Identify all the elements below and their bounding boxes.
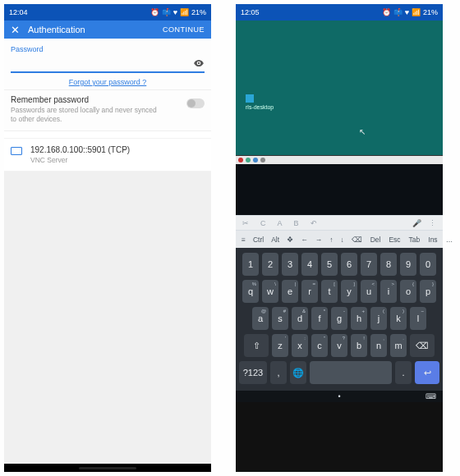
up-key[interactable]: ↑ xyxy=(327,234,335,245)
b-icon[interactable]: B xyxy=(294,219,299,227)
ctrl-key[interactable]: Ctrl xyxy=(251,234,266,245)
a-icon[interactable]: A xyxy=(278,219,283,227)
nav-dot[interactable]: • xyxy=(338,392,340,400)
soft-keyboard: 1234567890 q%w\e|r=t[y]u<i>o{p} a@s#d&f*… xyxy=(236,248,443,391)
esc-key[interactable]: Esc xyxy=(386,234,402,245)
del-key[interactable]: Del xyxy=(368,234,384,245)
mic-icon[interactable]: 🎤 xyxy=(412,219,421,227)
undo-icon[interactable]: ↶ xyxy=(310,219,317,227)
right-key[interactable]: → xyxy=(313,234,325,245)
taskbar-item[interactable] xyxy=(246,158,251,162)
key-h[interactable]: h+ xyxy=(351,307,367,330)
tab-key[interactable]: Tab xyxy=(407,234,423,245)
password-input[interactable] xyxy=(11,57,193,70)
key-1[interactable]: 1 xyxy=(242,253,259,276)
sym-key[interactable]: ?123 xyxy=(239,361,267,384)
clock: 12:04 xyxy=(9,8,28,16)
alt-key[interactable]: Alt xyxy=(269,234,282,245)
desktop-icon-label: rls-desktop xyxy=(246,104,274,110)
down-key[interactable]: ↓ xyxy=(338,234,346,245)
signal-icon: 📶 xyxy=(180,8,189,16)
taskbar-item[interactable] xyxy=(260,158,265,162)
empty-area xyxy=(4,172,211,464)
remote-desktop[interactable]: rls-desktop ↖ xyxy=(236,21,443,156)
key-f[interactable]: f* xyxy=(311,307,328,330)
key-e[interactable]: e| xyxy=(282,280,298,303)
cut-icon[interactable]: ✂ xyxy=(242,219,249,227)
clock: 12:05 xyxy=(241,8,260,16)
space-key[interactable] xyxy=(310,361,392,384)
continue-button[interactable]: CONTINUE xyxy=(163,25,205,34)
key-j[interactable]: j( xyxy=(370,307,387,330)
key-0[interactable]: 0 xyxy=(420,253,436,276)
kb-row-1: 1234567890 xyxy=(239,253,439,276)
heart-icon: ♥ xyxy=(405,8,409,16)
key-8[interactable]: 8 xyxy=(380,253,397,276)
key-t[interactable]: t[ xyxy=(321,280,338,303)
desktop-icon[interactable]: rls-desktop xyxy=(246,94,274,110)
key-x[interactable]: x: xyxy=(292,334,308,357)
enter-key[interactable]: ↩ xyxy=(415,361,439,384)
key-q[interactable]: q% xyxy=(242,280,259,303)
key-c[interactable]: c" xyxy=(311,334,328,357)
super-key[interactable]: ❖ xyxy=(284,234,296,245)
key-5[interactable]: 5 xyxy=(321,253,338,276)
copy-icon[interactable]: C xyxy=(260,219,266,227)
key-w[interactable]: w\ xyxy=(262,280,278,303)
key-o[interactable]: o{ xyxy=(400,280,416,303)
kb-row-4: ⇧z'x:c"v?b!n,m.⌫ xyxy=(239,334,439,357)
key-k[interactable]: k) xyxy=(390,307,407,330)
left-key[interactable]: ← xyxy=(298,234,310,245)
alarm-icon: ⏰ xyxy=(382,8,391,16)
key-s[interactable]: s# xyxy=(272,307,288,330)
monitor-icon xyxy=(11,147,22,155)
key-7[interactable]: 7 xyxy=(361,253,377,276)
backspace-key[interactable]: ⌫ xyxy=(410,334,435,357)
statusbar: 12:05 ⏰ 📫 ♥ 📶 21% xyxy=(236,4,443,21)
key-r[interactable]: r= xyxy=(301,280,318,303)
notif-icon: 📫 xyxy=(393,8,402,16)
keyboard-icon[interactable]: ⌨ xyxy=(426,392,436,400)
comma-key[interactable]: , xyxy=(270,361,287,384)
key-l[interactable]: l~ xyxy=(410,307,426,330)
key-v[interactable]: v? xyxy=(331,334,347,357)
key-g[interactable]: g- xyxy=(331,307,347,330)
more-key[interactable]: … xyxy=(444,234,456,245)
toggle-visibility-icon[interactable] xyxy=(193,57,205,69)
key-d[interactable]: d& xyxy=(292,307,308,330)
key-a[interactable]: a@ xyxy=(252,307,269,330)
menu-icon[interactable]: ≡ xyxy=(239,234,248,245)
taskbar-item[interactable] xyxy=(253,158,258,162)
key-i[interactable]: i> xyxy=(380,280,397,303)
shift-key[interactable]: ⇧ xyxy=(244,334,269,357)
remote-taskbar[interactable] xyxy=(236,156,443,164)
key-b[interactable]: b! xyxy=(351,334,367,357)
heart-icon: ♥ xyxy=(173,8,177,16)
key-9[interactable]: 9 xyxy=(400,253,416,276)
ins-key[interactable]: Ins xyxy=(426,234,439,245)
key-y[interactable]: y] xyxy=(341,280,357,303)
key-2[interactable]: 2 xyxy=(262,253,278,276)
close-button[interactable]: ✕ xyxy=(11,24,20,36)
key-n[interactable]: n, xyxy=(370,334,387,357)
key-m[interactable]: m. xyxy=(390,334,407,357)
lang-key[interactable]: 🌐 xyxy=(290,361,306,384)
taskbar-item[interactable] xyxy=(238,158,243,162)
key-z[interactable]: z' xyxy=(272,334,288,357)
kb-row-5: ?123 , 🌐 . ↩ xyxy=(239,361,439,384)
remember-switch[interactable] xyxy=(186,98,205,108)
backspace-key[interactable]: ⌫ xyxy=(349,234,365,245)
remember-section: Remember password Passwords are stored l… xyxy=(4,90,211,131)
key-3[interactable]: 3 xyxy=(282,253,298,276)
connection-row[interactable]: 192.168.0.100::5901 (TCP) VNC Server xyxy=(4,138,211,172)
nav-pill[interactable] xyxy=(79,467,136,469)
android-navbar: • ⌨ xyxy=(236,391,443,402)
forgot-password-link[interactable]: Forgot your password ? xyxy=(11,78,205,86)
key-6[interactable]: 6 xyxy=(341,253,357,276)
key-4[interactable]: 4 xyxy=(301,253,318,276)
period-key[interactable]: . xyxy=(395,361,412,384)
key-u[interactable]: u< xyxy=(361,280,377,303)
more-icon[interactable]: ⋮ xyxy=(429,219,436,227)
key-p[interactable]: p} xyxy=(420,280,436,303)
alarm-icon: ⏰ xyxy=(150,8,159,16)
